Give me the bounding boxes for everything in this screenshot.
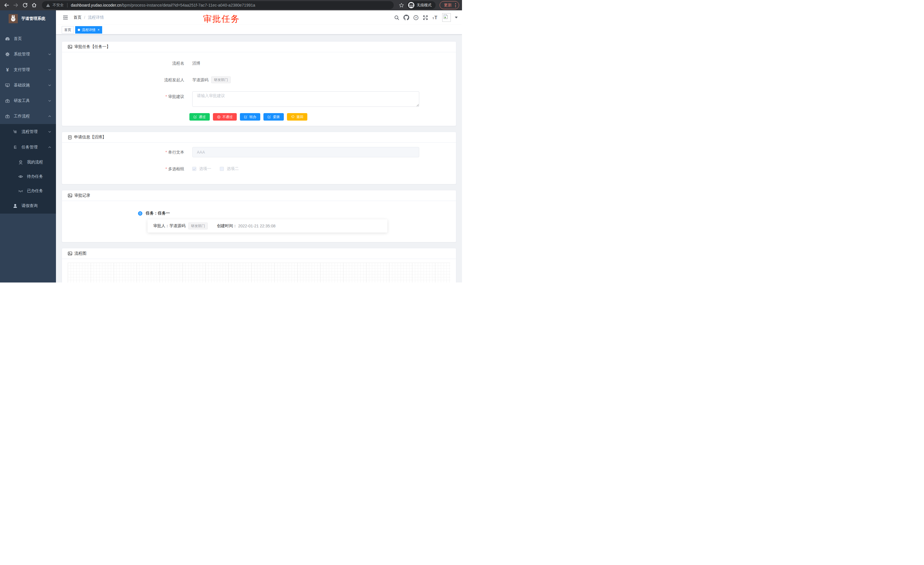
- sidebar-item-label: 基础设施: [14, 83, 30, 88]
- breadcrumb-current: 流程详情: [88, 15, 104, 20]
- yen-icon: ¥: [4, 68, 10, 72]
- picture-icon: [68, 45, 72, 49]
- star-icon[interactable]: [398, 2, 405, 9]
- transfer-button[interactable]: 转办: [240, 113, 260, 120]
- clock-icon: [138, 211, 142, 216]
- sidebar-item-my-process[interactable]: 我的流程: [0, 155, 56, 169]
- suggest-textarea[interactable]: [192, 91, 419, 107]
- edit-icon: [194, 115, 197, 119]
- circle-close-icon: [217, 115, 220, 119]
- logo-row[interactable]: 芋道管理系统: [0, 11, 56, 27]
- sidebar-item-devtools[interactable]: 研发工具: [0, 93, 56, 108]
- single-text-input[interactable]: [192, 147, 419, 157]
- button-label: 退回: [296, 114, 303, 119]
- chevron-up-icon: [48, 146, 51, 149]
- sidebar-item-label: 支付管理: [14, 67, 30, 72]
- app-title: 芋道管理系统: [21, 16, 45, 21]
- sidebar-item-home[interactable]: 首页: [0, 31, 56, 47]
- approval-task-card: 审批任务【任务一】 流程名 滔博 流程发起人 芋道源码 研发部门: [62, 41, 456, 126]
- gear-icon: [4, 52, 10, 57]
- approve-button[interactable]: 通过: [189, 113, 210, 120]
- sidebar-menu: 首页 系统管理 ¥ 支付管理 基础设施: [0, 27, 56, 213]
- create-time-label: 创建时间：: [217, 223, 237, 228]
- process-name-label: 流程名: [68, 58, 192, 68]
- tab-process-detail[interactable]: 流程详情 ×: [75, 26, 102, 34]
- checkbox-option-1[interactable]: 选项一: [192, 166, 211, 171]
- tab-label: 流程详情: [82, 27, 96, 32]
- sidebar-item-label: 待办任务: [27, 174, 43, 179]
- reject-button[interactable]: 不通过: [213, 113, 237, 120]
- update-menu-button[interactable]: 更新: [440, 1, 459, 9]
- card-title: 审批任务【任务一】: [74, 44, 111, 50]
- timeline-node: 任务：任务一: [138, 211, 450, 216]
- sidebar: 芋道管理系统 首页 系统管理 ¥ 支付管理: [0, 11, 56, 282]
- assignee-label: 审批人：: [153, 223, 169, 228]
- sidebar-item-process-mgmt[interactable]: 流程管理: [0, 124, 56, 140]
- page-annotation: 审批任务: [203, 13, 240, 25]
- breadcrumb: 首页 / 流程详情: [74, 15, 104, 20]
- incognito-label: 无痕模式: [417, 3, 432, 8]
- forward-icon[interactable]: [12, 2, 20, 9]
- fullscreen-icon[interactable]: [423, 15, 428, 20]
- record-detail-card: 审批人： 芋道源码 研发部门 创建时间： 2022-01-21 22:35:08: [147, 219, 387, 233]
- edit-icon: [244, 115, 248, 119]
- address-bar[interactable]: 不安全 dashboard.yudao.iocoder.cn/bpm/proce…: [42, 1, 394, 9]
- close-icon[interactable]: ×: [98, 28, 100, 32]
- sidebar-item-todo-tasks[interactable]: 待办任务: [0, 169, 56, 184]
- sidebar-item-label: 流程管理: [21, 129, 38, 134]
- chevron-up-icon: [48, 114, 51, 118]
- url-divider: [67, 3, 68, 8]
- github-icon[interactable]: [404, 15, 409, 20]
- update-label: 更新: [444, 3, 452, 8]
- hamburger-icon[interactable]: [60, 15, 70, 20]
- flow-chart-card: 流程图: [62, 248, 456, 282]
- list-icon: [12, 129, 18, 134]
- back-icon[interactable]: [3, 2, 10, 9]
- browser-toolbar: 不安全 dashboard.yudao.iocoder.cn/bpm/proce…: [0, 0, 462, 11]
- reload-icon[interactable]: [21, 2, 29, 9]
- tab-home[interactable]: 首页: [62, 26, 74, 34]
- incognito-badge: 无痕模式: [407, 1, 436, 9]
- breadcrumb-home[interactable]: 首页: [74, 15, 81, 20]
- bpmn-canvas-grid[interactable]: [68, 263, 450, 282]
- delegate-button[interactable]: 委派: [263, 113, 284, 120]
- checkbox-checked-icon: [192, 167, 196, 171]
- help-icon[interactable]: ?: [413, 15, 418, 20]
- avatar-image[interactable]: [442, 13, 451, 22]
- initiator-value: 芋道源码: [192, 75, 208, 85]
- page-content: 审批任务【任务一】 流程名 滔博 流程发起人 芋道源码 研发部门: [56, 35, 462, 282]
- document-icon: [68, 135, 72, 140]
- sidebar-item-done-tasks[interactable]: 已办任务: [0, 184, 56, 198]
- card-title: 流程图: [74, 251, 86, 256]
- checkbox-option-2[interactable]: 选项二: [220, 166, 239, 171]
- search-icon[interactable]: [394, 15, 399, 20]
- home-icon[interactable]: [30, 2, 38, 9]
- button-label: 通过: [199, 114, 206, 119]
- warning-icon: [46, 3, 50, 8]
- card-title: 审批记录: [74, 193, 90, 198]
- refresh-left-icon: [291, 115, 295, 119]
- caret-down-icon[interactable]: [455, 17, 458, 20]
- initiator-dept-tag: 研发部门: [211, 77, 231, 83]
- font-size-icon[interactable]: TT: [432, 15, 438, 20]
- sidebar-item-infra[interactable]: 基础设施: [0, 78, 56, 93]
- monitor-icon: [4, 83, 10, 88]
- approval-record-card: 审批记录 任务：任务一 审批人： 芋道源码 研发部门 创建时间： 202: [62, 190, 456, 242]
- sidebar-item-task-mgmt[interactable]: 任务管理: [0, 140, 56, 155]
- eye-closed-icon: [18, 188, 24, 194]
- return-button[interactable]: 退回: [287, 113, 308, 120]
- kebab-menu-icon: [455, 3, 456, 7]
- card-header: 申请信息【滔博】: [62, 132, 456, 143]
- sidebar-item-workflow[interactable]: 工作流程: [0, 108, 56, 124]
- active-dot-icon: [78, 29, 80, 31]
- sidebar-item-leave-query[interactable]: 请假查询: [0, 198, 56, 213]
- process-name-value: 滔博: [192, 58, 200, 68]
- sidebar-item-label: 任务管理: [21, 145, 38, 150]
- initiator-label: 流程发起人: [68, 75, 192, 85]
- assignee-value: 芋道源码: [169, 223, 185, 228]
- chevron-down-icon: [48, 53, 51, 56]
- button-label: 委派: [273, 114, 280, 119]
- chevron-down-icon: [48, 84, 51, 87]
- sidebar-item-payment[interactable]: ¥ 支付管理: [0, 62, 56, 78]
- sidebar-item-system[interactable]: 系统管理: [0, 47, 56, 62]
